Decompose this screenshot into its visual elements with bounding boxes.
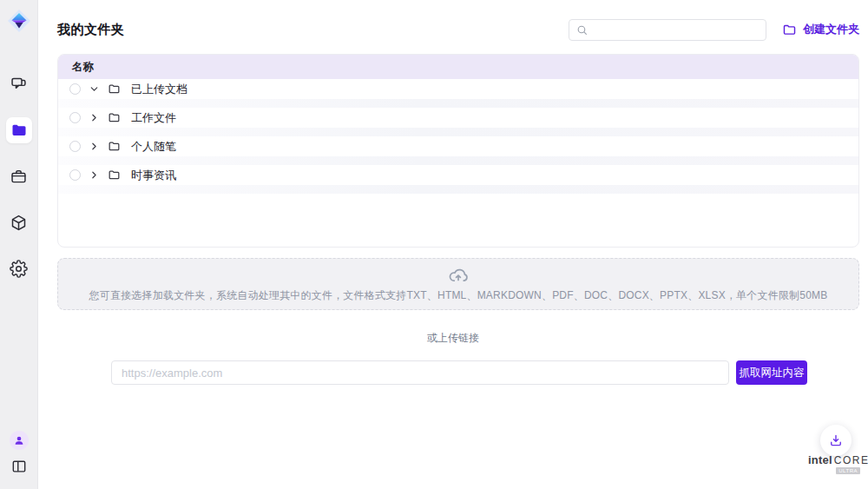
url-input[interactable]	[111, 360, 729, 385]
folder-icon	[108, 83, 121, 96]
row-separator	[58, 128, 858, 136]
folder-icon	[108, 169, 121, 182]
folder-plus-icon	[782, 23, 797, 37]
main-content: 我的文件夹 创建文件夹 名称	[38, 0, 868, 489]
table-header: 名称	[58, 55, 858, 79]
download-fab[interactable]	[820, 425, 852, 456]
column-name-label: 名称	[72, 60, 94, 75]
cloud-upload-icon	[448, 265, 469, 286]
search-input[interactable]	[593, 23, 759, 36]
sidebar-item-settings[interactable]	[6, 255, 32, 281]
folder-table: 名称 已上传文档 工作文件	[57, 54, 859, 248]
table-row[interactable]: 个人随笔	[58, 136, 858, 156]
sidebar-item-chat[interactable]	[6, 71, 32, 97]
cube-icon	[10, 214, 28, 232]
intel-ultra-badge: ultra	[836, 467, 860, 474]
chat-icon	[10, 76, 28, 94]
sidebar	[0, 0, 38, 489]
upload-dropzone[interactable]: 您可直接选择加载文件夹，系统自动处理其中的文件，文件格式支持TXT、HTML、M…	[57, 258, 859, 310]
row-separator	[58, 185, 858, 194]
folder-name: 工作文件	[131, 110, 176, 126]
collapse-panel-icon[interactable]	[10, 458, 28, 475]
chevron-right-icon[interactable]	[89, 169, 100, 181]
app-logo-icon[interactable]	[7, 9, 31, 33]
search-box	[569, 19, 766, 41]
sidebar-bottom	[10, 431, 29, 475]
chevron-right-icon[interactable]	[89, 112, 100, 123]
folder-name: 时事资讯	[131, 168, 176, 183]
sidebar-nav	[6, 71, 32, 281]
row-checkbox[interactable]	[69, 112, 81, 123]
folder-icon	[108, 140, 121, 153]
topbar: 我的文件夹 创建文件夹	[57, 17, 859, 42]
folder-name: 个人随笔	[131, 139, 176, 155]
download-icon	[828, 433, 844, 448]
upload-hint: 您可直接选择加载文件夹，系统自动处理其中的文件，文件格式支持TXT、HTML、M…	[89, 288, 828, 303]
folder-icon	[108, 111, 121, 124]
table-row[interactable]: 工作文件	[58, 108, 858, 128]
table-row[interactable]: 已上传文档	[58, 79, 858, 99]
user-avatar[interactable]	[10, 431, 29, 450]
search-icon	[576, 24, 588, 36]
page-title: 我的文件夹	[57, 22, 125, 38]
table-row[interactable]: 时事资讯	[58, 165, 858, 185]
row-separator	[58, 99, 858, 108]
create-folder-button[interactable]: 创建文件夹	[782, 22, 859, 37]
person-icon	[13, 434, 25, 446]
link-upload-row: 抓取网址内容	[111, 360, 807, 385]
row-checkbox[interactable]	[69, 141, 81, 152]
fetch-url-button[interactable]: 抓取网址内容	[736, 360, 807, 385]
sidebar-item-toolbox[interactable]	[6, 163, 32, 189]
row-checkbox[interactable]	[69, 169, 81, 181]
row-checkbox[interactable]	[69, 83, 81, 95]
intel-core-logo: intel core ultra	[808, 453, 860, 474]
gear-icon	[10, 260, 28, 278]
briefcase-icon	[10, 168, 28, 186]
sidebar-item-folders[interactable]	[6, 117, 32, 143]
folder-name: 已上传文档	[131, 82, 187, 97]
chevron-down-icon[interactable]	[89, 83, 100, 95]
link-upload-label: 或上传链接	[38, 331, 868, 346]
sidebar-item-models[interactable]	[6, 209, 32, 235]
chevron-right-icon[interactable]	[89, 141, 100, 152]
folder-icon	[10, 122, 28, 139]
row-separator	[58, 156, 858, 165]
